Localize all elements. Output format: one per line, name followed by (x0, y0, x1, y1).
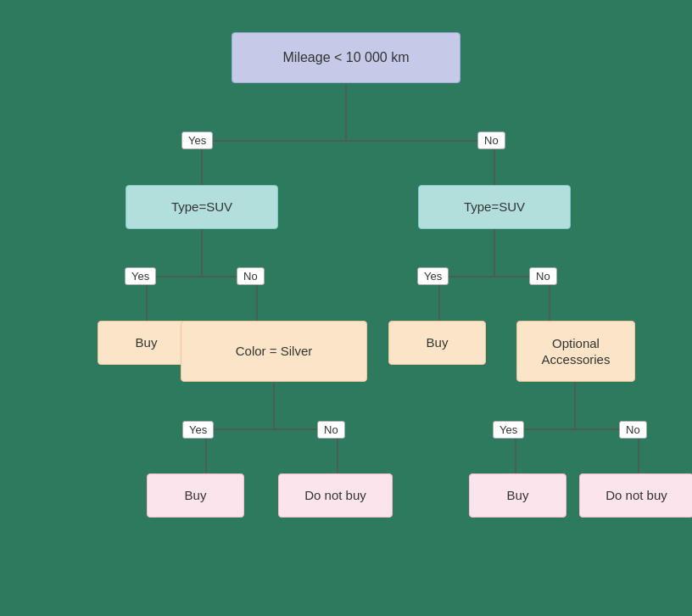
color-no-label: No (317, 421, 345, 439)
color-yes-label: Yes (182, 421, 214, 439)
decision-tree: Mileage < 10 000 km Yes No Type=SUV Type… (15, 15, 677, 601)
color-silver-node: Color = Silver (181, 321, 367, 382)
root-node: Mileage < 10 000 km (232, 32, 460, 83)
buy-lll: Buy (147, 473, 244, 518)
do-not-buy-rlr: Do not buy (579, 473, 692, 518)
root-no-label: No (477, 132, 505, 149)
suv-left-no-label: No (237, 267, 265, 285)
root-yes-label: Yes (181, 132, 213, 149)
do-not-buy-llr: Do not buy (278, 473, 393, 518)
opt-yes-label: Yes (493, 421, 524, 439)
type-suv-right: Type=SUV (418, 185, 571, 229)
opt-no-label: No (619, 421, 647, 439)
type-suv-left: Type=SUV (126, 185, 278, 229)
optional-accessories-node: Optional Accessories (516, 321, 635, 382)
suv-left-yes-label: Yes (125, 267, 156, 285)
suv-right-yes-label: Yes (417, 267, 449, 285)
buy-rl: Buy (388, 321, 486, 365)
suv-right-no-label: No (529, 267, 557, 285)
buy-rll: Buy (469, 473, 566, 518)
